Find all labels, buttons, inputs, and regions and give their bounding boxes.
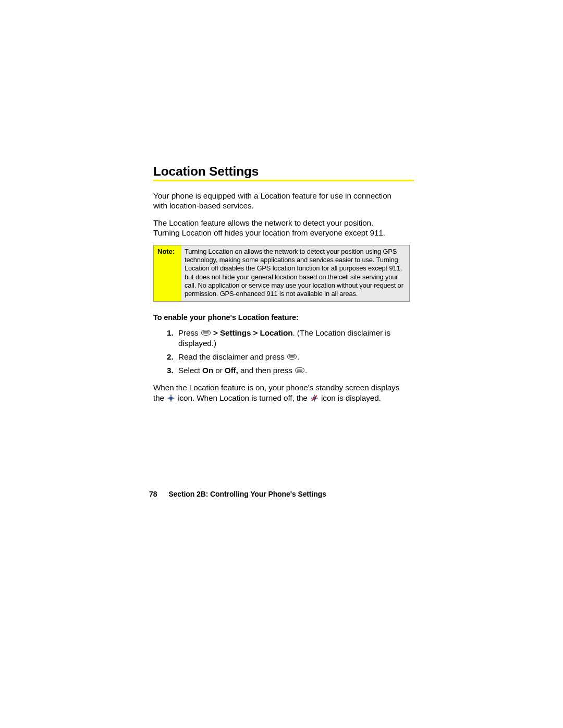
menu-key-icon bbox=[295, 367, 304, 373]
step-body: Read the disclaimer and press . bbox=[178, 352, 403, 362]
svg-line-10 bbox=[312, 396, 317, 401]
step-text: Press bbox=[178, 328, 201, 337]
step-number: 1. bbox=[167, 328, 178, 349]
note-label: Note: bbox=[154, 245, 181, 301]
section-name: Section 2B: Controlling Your Phone's Set… bbox=[168, 490, 326, 498]
closing-paragraph: When the Location feature is on, your ph… bbox=[153, 382, 403, 403]
procedure-subheading: To enable your phone's Location feature: bbox=[153, 313, 414, 322]
step-text: or bbox=[213, 366, 225, 375]
location-off-icon bbox=[311, 394, 318, 402]
section-heading: Location Settings bbox=[153, 165, 414, 181]
intro-paragraph-2: The Location feature allows the network … bbox=[153, 218, 398, 238]
step-1: 1. Press > Settings > Location. (The Loc… bbox=[167, 328, 414, 349]
note-text: Turning Location on allows the network t… bbox=[181, 245, 409, 301]
svg-point-0 bbox=[169, 397, 173, 400]
step-text: . bbox=[297, 352, 299, 361]
step-number: 3. bbox=[167, 365, 178, 376]
step-number: 2. bbox=[167, 352, 178, 362]
step-body: Press > Settings > Location. (The Locati… bbox=[178, 328, 403, 349]
note-box: Note: Turning Location on allows the net… bbox=[153, 245, 410, 302]
menu-key-icon bbox=[287, 354, 297, 360]
step-text: and then press bbox=[238, 366, 295, 375]
menu-key-icon bbox=[201, 330, 211, 336]
option-off: Off, bbox=[225, 366, 238, 375]
page-content: Location Settings Your phone is equipped… bbox=[153, 165, 414, 403]
step-text: Select bbox=[178, 366, 202, 375]
step-text: . bbox=[305, 366, 307, 375]
closing-text: icon is displayed. bbox=[319, 393, 381, 402]
procedure-steps: 1. Press > Settings > Location. (The Loc… bbox=[167, 328, 414, 376]
page-footer: 78Section 2B: Controlling Your Phone's S… bbox=[149, 490, 410, 498]
option-on: On bbox=[202, 366, 213, 375]
closing-text: icon. When Location is turned off, the bbox=[176, 393, 310, 402]
intro-paragraph-1: Your phone is equipped with a Location f… bbox=[153, 191, 398, 211]
location-on-icon bbox=[167, 394, 175, 402]
menu-path: > Settings > Location bbox=[211, 328, 293, 337]
step-2: 2. Read the disclaimer and press . bbox=[167, 352, 414, 362]
step-3: 3. Select On or Off, and then press . bbox=[167, 365, 414, 376]
step-text: Read the disclaimer and press bbox=[178, 352, 287, 361]
page-number: 78 bbox=[149, 490, 157, 498]
step-body: Select On or Off, and then press . bbox=[178, 365, 403, 376]
